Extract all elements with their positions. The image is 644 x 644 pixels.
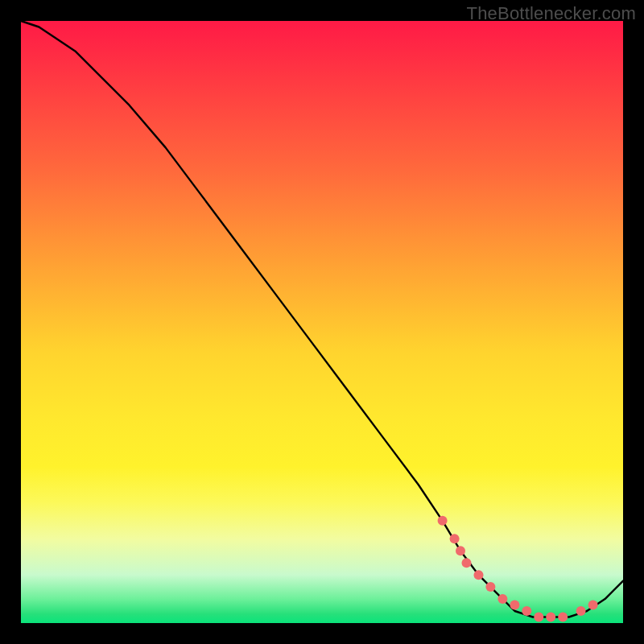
highlight-dot	[438, 516, 448, 526]
highlight-dots	[438, 516, 598, 622]
highlight-dot	[546, 613, 555, 622]
bottleneck-curve	[21, 21, 623, 617]
highlight-dot	[510, 601, 519, 610]
highlight-dot	[576, 606, 586, 616]
highlight-dot	[462, 558, 472, 568]
highlight-dot	[485, 582, 495, 592]
highlight-dot	[474, 570, 484, 580]
highlight-dot	[497, 594, 507, 604]
plot-area	[21, 21, 623, 623]
highlight-dot	[522, 606, 531, 616]
highlight-dot	[456, 546, 465, 555]
chart-frame: TheBottlenecker.com	[0, 0, 644, 644]
highlight-dot	[558, 613, 568, 622]
highlight-dot	[450, 534, 460, 543]
highlight-dot	[534, 613, 543, 622]
curve-layer	[21, 21, 623, 623]
highlight-dot	[588, 601, 598, 610]
